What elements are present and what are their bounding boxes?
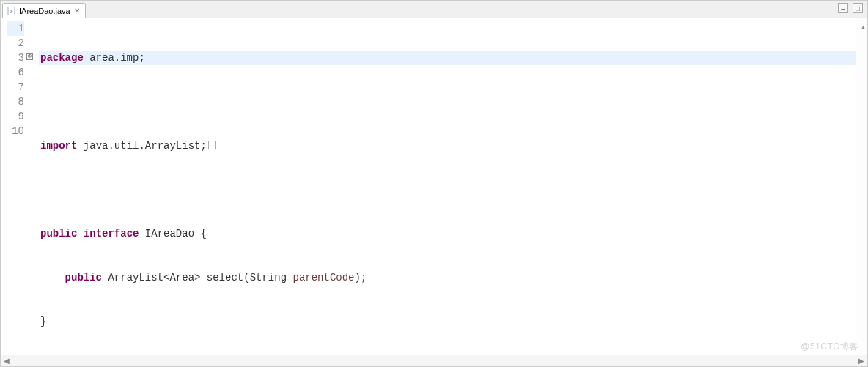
line-number: 6 <box>7 65 24 80</box>
code-line: public interface IAreaDao { <box>39 226 856 241</box>
watermark: @51CTO博客 <box>801 341 858 353</box>
folded-region-icon[interactable] <box>208 141 216 149</box>
code-area[interactable]: package area.imp; import java.util.Array… <box>39 18 856 355</box>
close-icon[interactable]: ✕ <box>73 7 81 15</box>
editor: 1 2 3⊕ 6 7 8 9 10 package area.imp; impo… <box>1 18 867 355</box>
line-number: 10 <box>7 124 24 138</box>
code-line <box>39 358 856 367</box>
window-controls: – □ <box>838 3 863 13</box>
code-line: import java.util.ArrayList; <box>39 138 856 153</box>
code-line: public ArrayList<Area> select(String par… <box>39 270 856 285</box>
editor-tab[interactable]: J IAreaDao.java ✕ <box>2 3 86 18</box>
maximize-button[interactable]: □ <box>853 3 863 13</box>
scroll-right-icon[interactable]: ▶ <box>856 357 867 365</box>
left-margin <box>1 18 7 355</box>
minimize-button[interactable]: – <box>838 3 848 13</box>
ruler-caret-icon: ▴ <box>861 23 865 31</box>
tab-filename: IAreaDao.java <box>19 7 70 15</box>
code-line: package area.imp; <box>39 51 856 65</box>
line-number: 1 <box>7 21 24 36</box>
line-number: 8 <box>7 94 24 109</box>
fold-expand-icon[interactable]: ⊕ <box>26 53 33 60</box>
tab-bar: J IAreaDao.java ✕ – □ <box>1 1 867 18</box>
line-number: 3⊕ <box>7 51 24 65</box>
fold-column <box>29 18 39 355</box>
code-line: } <box>39 314 856 329</box>
overview-ruler[interactable]: ▴ <box>856 18 867 355</box>
line-number-gutter: 1 2 3⊕ 6 7 8 9 10 <box>7 18 29 355</box>
line-number: 7 <box>7 80 24 94</box>
line-number: 2 <box>7 36 24 51</box>
svg-text:J: J <box>10 10 12 14</box>
java-file-icon: J <box>7 7 16 15</box>
line-number: 9 <box>7 109 24 124</box>
code-line <box>39 182 856 197</box>
code-line <box>39 94 856 109</box>
scroll-left-icon[interactable]: ◀ <box>1 357 12 365</box>
